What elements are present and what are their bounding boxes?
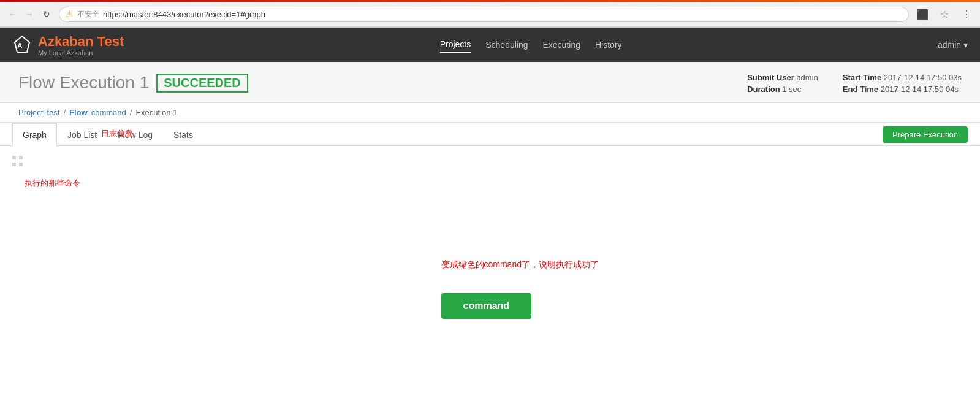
submit-user-label: Submit User: [747, 73, 794, 82]
flow-execution-header: Flow Execution 1 SUCCEEDED Submit User a…: [0, 62, 980, 103]
grid-dot-2: [19, 156, 23, 159]
duration-value: 1 sec: [782, 85, 801, 94]
flow-title-area: Flow Execution 1 SUCCEEDED: [18, 73, 248, 93]
start-time-value: 2017-12-14 17:50 03s: [884, 73, 962, 82]
user-menu[interactable]: admin: [938, 40, 968, 50]
breadcrumb-sep1: /: [63, 108, 66, 117]
forward-button[interactable]: →: [22, 7, 37, 21]
azkaban-logo-icon: A: [12, 35, 32, 55]
svg-text:A: A: [17, 42, 23, 50]
annotation-exec-commands: 执行的那些命令: [25, 178, 80, 189]
page-content: Flow Execution 1 SUCCEEDED Submit User a…: [0, 62, 980, 398]
nav-history[interactable]: History: [595, 37, 622, 52]
url-text: https://master:8443/executor?execid=1#gr…: [103, 10, 265, 19]
graph-grid-icon: [12, 156, 25, 168]
tab-stats[interactable]: Stats: [163, 123, 203, 146]
nav-scheduling[interactable]: Scheduling: [485, 37, 528, 52]
insecure-label: 不安全: [77, 9, 99, 20]
app-header: A Azkaban Test My Local Azkaban Projects…: [0, 28, 980, 62]
security-warning-icon: ⚠: [66, 9, 74, 19]
reload-button[interactable]: ↻: [39, 7, 54, 21]
end-time-value: 2017-12-14 17:50 04s: [881, 85, 959, 94]
flow-execution-title: Flow Execution 1: [18, 73, 149, 93]
logo-name: Azkaban Test: [38, 34, 124, 49]
submit-user-value: admin: [796, 73, 818, 82]
tabs-area: 日志信息 Graph Job List Flow Log Stats Prepa…: [0, 123, 980, 146]
submit-user-row: Submit User admin: [747, 73, 818, 82]
app-nav: Projects Scheduling Executing History: [440, 37, 622, 53]
duration-label: Duration: [747, 85, 780, 94]
cast-button[interactable]: ⬛: [914, 6, 931, 23]
status-badge: SUCCEEDED: [156, 74, 248, 93]
annotation-log-info: 日志信息: [101, 128, 133, 139]
bookmark-button[interactable]: ☆: [936, 6, 953, 23]
url-display: https://master:8443/executor?execid=1#gr…: [103, 10, 265, 19]
grid-dot-1: [12, 156, 16, 159]
duration-row: Duration 1 sec: [747, 85, 818, 94]
breadcrumb-flow-label: Flow: [69, 108, 88, 117]
start-time-row: Start Time 2017-12-14 17:50 03s: [843, 73, 962, 82]
breadcrumb-flow-name[interactable]: command: [91, 108, 126, 117]
end-time-row: End Time 2017-12-14 17:50 04s: [843, 85, 962, 94]
breadcrumb: Project test / Flow command / Execution …: [0, 103, 980, 123]
flow-meta-left: Submit User admin Duration 1 sec: [747, 73, 818, 96]
app-logo: A Azkaban Test My Local Azkaban: [12, 34, 124, 56]
nav-projects[interactable]: Projects: [440, 37, 471, 53]
tabs-bar: Graph Job List Flow Log Stats Prepare Ex…: [0, 123, 980, 146]
breadcrumb-current: Execution 1: [135, 108, 177, 117]
browser-actions: ⬛ ☆ ⋮: [914, 6, 975, 23]
start-time-label: Start Time: [843, 73, 881, 82]
command-node[interactable]: command: [441, 293, 532, 319]
menu-button[interactable]: ⋮: [958, 6, 975, 23]
logo-subtitle: My Local Azkaban: [38, 50, 124, 56]
command-node-area: command: [441, 293, 532, 319]
browser-chrome: ← → ↻ ⚠ 不安全 https://master:8443/executor…: [0, 0, 980, 28]
nav-executing[interactable]: Executing: [543, 37, 580, 52]
breadcrumb-sep2: /: [130, 108, 132, 117]
prepare-execution-button[interactable]: Prepare Execution: [883, 126, 968, 143]
grid-dot-3: [12, 163, 16, 166]
flow-meta: Submit User admin Duration 1 sec Start T…: [747, 73, 962, 96]
grid-dot-4: [19, 163, 23, 166]
graph-area: 执行的那些命令 变成绿色的command了，说明执行成功了 command: [0, 146, 980, 398]
breadcrumb-project-label[interactable]: Project: [18, 108, 43, 117]
end-time-label: End Time: [843, 85, 878, 94]
annotation-success-msg: 变成绿色的command了，说明执行成功了: [441, 259, 599, 270]
flow-meta-right: Start Time 2017-12-14 17:50 03s End Time…: [843, 73, 962, 96]
main-panel: 日志信息 Graph Job List Flow Log Stats Prepa…: [0, 123, 980, 398]
browser-toolbar: ← → ↻ ⚠ 不安全 https://master:8443/executor…: [0, 2, 980, 27]
breadcrumb-project-name[interactable]: test: [47, 108, 59, 117]
back-button[interactable]: ←: [5, 7, 20, 21]
address-bar[interactable]: ⚠ 不安全 https://master:8443/executor?execi…: [59, 7, 909, 22]
tab-graph[interactable]: Graph: [12, 123, 57, 146]
logo-text-area: Azkaban Test My Local Azkaban: [38, 34, 124, 56]
browser-nav-buttons: ← → ↻: [5, 7, 54, 21]
tab-job-list[interactable]: Job List: [57, 123, 107, 146]
